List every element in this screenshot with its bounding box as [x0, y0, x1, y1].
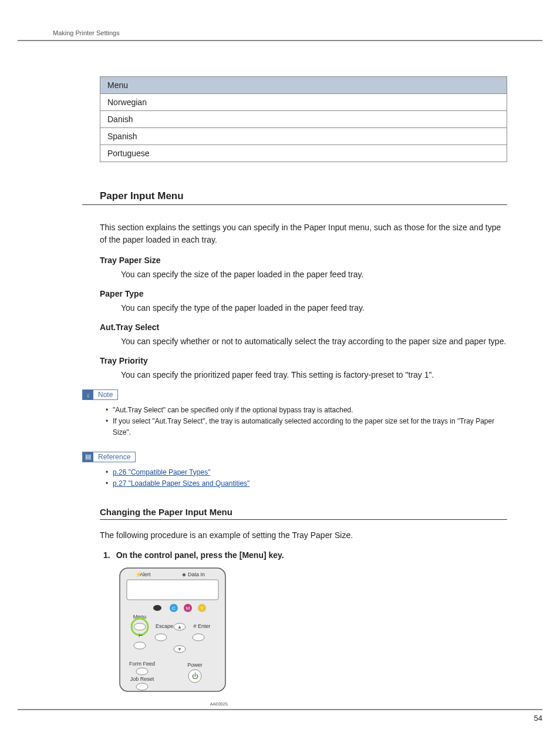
- svg-text:Power: Power: [187, 662, 203, 668]
- data-in-label: ◈: [182, 572, 186, 577]
- procedure-intro: The following procedure is an example of…: [100, 530, 507, 540]
- item-title: Paper Type: [100, 289, 507, 298]
- svg-text:Y: Y: [200, 606, 204, 611]
- form-feed-button[interactable]: [136, 668, 148, 675]
- item-title: Tray Paper Size: [100, 256, 507, 265]
- page-footer: 54: [18, 709, 542, 723]
- arrow-down-icon: ↓: [83, 390, 93, 399]
- setting-item: Aut.Tray Select You can specify whether …: [100, 322, 507, 348]
- document-icon: ▤: [83, 452, 93, 462]
- job-reset-button[interactable]: [136, 683, 148, 690]
- section-title: Paper Input Menu: [82, 190, 507, 205]
- page-number: 54: [534, 714, 542, 723]
- figure-code: AAE002S: [210, 702, 228, 706]
- step-list: 1. On the control panel, press the [Menu…: [103, 550, 507, 560]
- power-icon: ⏻: [192, 673, 198, 680]
- reference-list: p.26 "Compatible Paper Types" p.27 "Load…: [106, 467, 507, 489]
- menu-table-header: Menu: [100, 77, 507, 94]
- menu-row: Norwegian: [100, 94, 507, 111]
- reference-label: Reference: [93, 453, 135, 461]
- section-intro: This section explains the settings you c…: [100, 221, 507, 246]
- running-title: Making Printer Settings: [53, 29, 120, 36]
- note-bullet: If you select "Aut.Tray Select", the tra…: [106, 416, 507, 438]
- note-bullet: "Aut.Tray Select" can be specified only …: [106, 405, 507, 416]
- item-desc: You can specify the size of the paper lo…: [121, 268, 507, 281]
- step-number: 1.: [103, 550, 110, 560]
- control-panel-svg: ⚡ Alert ◈ Data In C M Y Menu Escape ▲ #: [119, 567, 230, 708]
- step-text: On the control panel, press the [Menu] k…: [116, 550, 284, 560]
- arrow-down-icon: ▼: [177, 647, 182, 652]
- svg-text:Alert: Alert: [140, 572, 151, 577]
- item-title: Aut.Tray Select: [100, 322, 507, 332]
- svg-rect-3: [127, 580, 218, 600]
- item-desc: You can specify whether or not to automa…: [121, 335, 507, 348]
- svg-text:C: C: [172, 606, 176, 611]
- running-header: Making Printer Settings: [18, 0, 542, 41]
- note-label: Note: [93, 391, 117, 399]
- setting-item: Paper Type You can specify the type of t…: [100, 289, 507, 314]
- svg-text:# Enter: # Enter: [193, 623, 210, 629]
- svg-text:Job Reset: Job Reset: [130, 676, 154, 682]
- escape-button[interactable]: [155, 634, 167, 641]
- note-list: "Aut.Tray Select" can be specified only …: [106, 405, 507, 439]
- menu-row: Danish: [100, 111, 507, 128]
- note-callout: ↓ Note: [82, 389, 118, 400]
- svg-text:Data In: Data In: [188, 572, 205, 577]
- setting-item: Tray Paper Size You can specify the size…: [100, 256, 507, 281]
- enter-button[interactable]: [193, 634, 204, 641]
- reference-link[interactable]: p.27 "Loadable Paper Sizes and Quantitie…: [113, 479, 249, 488]
- menu-row: Portuguese: [100, 145, 507, 162]
- svg-point-4: [153, 605, 161, 611]
- menu-button[interactable]: [134, 623, 146, 630]
- svg-text:Form Feed: Form Feed: [129, 661, 155, 667]
- setting-item: Tray Priority You can specify the priori…: [100, 356, 507, 381]
- subsection-title: Changing the Paper Input Menu: [100, 507, 507, 520]
- reference-callout: ▤ Reference: [82, 452, 136, 462]
- menu-table: Menu Norwegian Danish Spanish Portuguese: [100, 76, 507, 162]
- item-desc: You can specify the type of the paper lo…: [121, 302, 507, 314]
- arrow-up-icon: ▲: [177, 624, 182, 630]
- svg-text:M: M: [186, 606, 190, 611]
- online-button[interactable]: [134, 642, 146, 649]
- control-panel-figure: ⚡ Alert ◈ Data In C M Y Menu Escape ▲ #: [119, 567, 507, 710]
- online-label: ⊢: [139, 633, 143, 639]
- item-title: Tray Priority: [100, 356, 507, 365]
- svg-text:Escape: Escape: [156, 623, 173, 629]
- menu-row: Spanish: [100, 128, 507, 145]
- item-desc: You can specify the prioritized paper fe…: [121, 369, 507, 381]
- step-item: 1. On the control panel, press the [Menu…: [103, 550, 507, 560]
- reference-link[interactable]: p.26 "Compatible Paper Types": [113, 468, 210, 476]
